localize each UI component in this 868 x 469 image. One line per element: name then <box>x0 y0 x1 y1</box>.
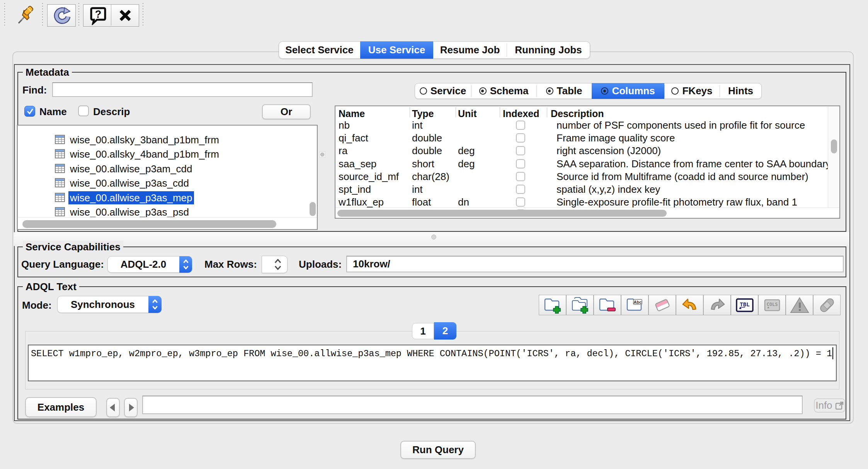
svg-text:TBL: TBL <box>740 301 749 308</box>
svg-text:Abc: Abc <box>633 300 642 304</box>
svg-text:?: ? <box>95 8 102 20</box>
svg-text:COLS: COLS <box>766 302 778 307</box>
